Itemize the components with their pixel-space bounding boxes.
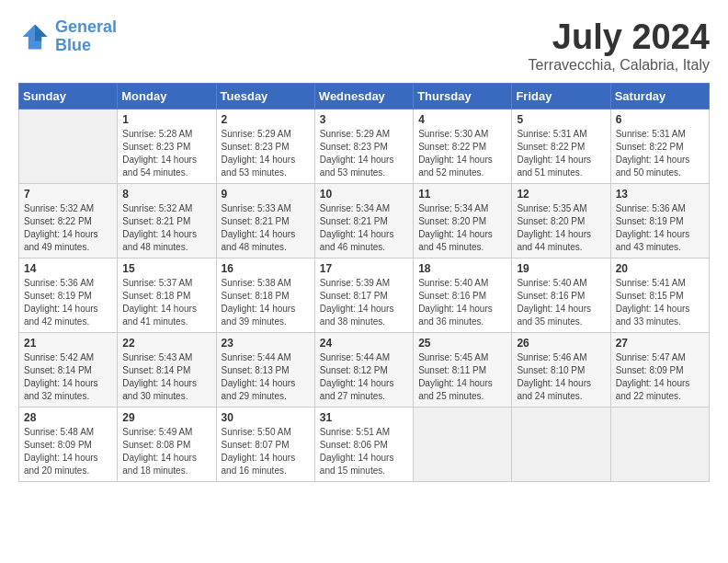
day-number: 4 [418,113,506,126]
day-info: Sunrise: 5:36 AMSunset: 8:19 PMDaylight:… [24,277,112,328]
day-number: 31 [320,411,408,424]
day-info: Sunrise: 5:48 AMSunset: 8:09 PMDaylight:… [24,426,112,477]
day-number: 21 [24,337,112,350]
weekday-header-saturday: Saturday [610,83,709,109]
calendar-week-0: 1Sunrise: 5:28 AMSunset: 8:23 PMDaylight… [19,109,710,183]
calendar-cell: 29Sunrise: 5:49 AMSunset: 8:08 PMDayligh… [118,407,216,481]
day-number: 24 [320,337,408,350]
calendar-cell: 27Sunrise: 5:47 AMSunset: 8:09 PMDayligh… [610,332,709,407]
day-number: 1 [122,113,210,126]
day-info: Sunrise: 5:32 AMSunset: 8:22 PMDaylight:… [24,202,112,254]
day-info: Sunrise: 5:47 AMSunset: 8:09 PMDaylight:… [616,351,704,403]
weekday-header-thursday: Thursday [414,83,512,109]
day-number: 3 [320,113,408,126]
calendar-cell: 2Sunrise: 5:29 AMSunset: 8:23 PMDaylight… [216,109,314,183]
weekday-header-monday: Monday [118,83,216,109]
day-number: 16 [222,262,310,275]
svg-marker-1 [35,24,48,40]
day-info: Sunrise: 5:29 AMSunset: 8:23 PMDaylight:… [320,128,408,179]
weekday-header-sunday: Sunday [19,83,118,109]
calendar-cell: 14Sunrise: 5:36 AMSunset: 8:19 PMDayligh… [19,258,118,332]
day-number: 8 [122,188,210,201]
day-number: 11 [418,188,506,201]
day-number: 27 [616,337,704,350]
calendar-cell: 7Sunrise: 5:32 AMSunset: 8:22 PMDaylight… [19,183,118,258]
day-number: 2 [222,113,310,126]
calendar-week-3: 21Sunrise: 5:42 AMSunset: 8:14 PMDayligh… [19,332,710,407]
calendar-cell: 28Sunrise: 5:48 AMSunset: 8:09 PMDayligh… [19,407,118,481]
calendar-cell: 24Sunrise: 5:44 AMSunset: 8:12 PMDayligh… [314,332,413,407]
weekday-header-tuesday: Tuesday [216,83,314,109]
day-number: 7 [24,188,112,201]
calendar-cell: 23Sunrise: 5:44 AMSunset: 8:13 PMDayligh… [216,332,314,407]
day-number: 30 [222,411,310,424]
day-number: 22 [122,337,210,350]
calendar-cell: 13Sunrise: 5:36 AMSunset: 8:19 PMDayligh… [610,183,709,258]
logo-text: General Blue [55,18,117,55]
calendar-cell: 21Sunrise: 5:42 AMSunset: 8:14 PMDayligh… [19,332,118,407]
calendar-cell [512,407,610,481]
calendar-cell: 25Sunrise: 5:45 AMSunset: 8:11 PMDayligh… [414,332,512,407]
day-info: Sunrise: 5:29 AMSunset: 8:23 PMDaylight:… [222,128,310,179]
calendar-cell: 26Sunrise: 5:46 AMSunset: 8:10 PMDayligh… [512,332,610,407]
day-number: 9 [222,188,310,201]
day-info: Sunrise: 5:44 AMSunset: 8:12 PMDaylight:… [320,351,408,403]
day-info: Sunrise: 5:49 AMSunset: 8:08 PMDaylight:… [122,426,210,477]
day-number: 28 [24,411,112,424]
day-info: Sunrise: 5:43 AMSunset: 8:14 PMDaylight:… [122,351,210,403]
month-title: July 2024 [529,18,710,57]
day-info: Sunrise: 5:28 AMSunset: 8:23 PMDaylight:… [122,128,210,179]
calendar-cell: 11Sunrise: 5:34 AMSunset: 8:20 PMDayligh… [414,183,512,258]
weekday-header-friday: Friday [512,83,610,109]
calendar-cell: 5Sunrise: 5:31 AMSunset: 8:22 PMDaylight… [512,109,610,183]
calendar-cell: 12Sunrise: 5:35 AMSunset: 8:20 PMDayligh… [512,183,610,258]
calendar-body: 1Sunrise: 5:28 AMSunset: 8:23 PMDaylight… [19,109,710,481]
calendar-cell: 4Sunrise: 5:30 AMSunset: 8:22 PMDaylight… [414,109,512,183]
calendar-week-1: 7Sunrise: 5:32 AMSunset: 8:22 PMDaylight… [19,183,710,258]
day-info: Sunrise: 5:34 AMSunset: 8:21 PMDaylight:… [320,202,408,254]
calendar-cell: 9Sunrise: 5:33 AMSunset: 8:21 PMDaylight… [216,183,314,258]
day-number: 18 [418,262,506,275]
title-block: July 2024 Terravecchia, Calabria, Italy [529,18,710,74]
day-number: 15 [122,262,210,275]
day-info: Sunrise: 5:44 AMSunset: 8:13 PMDaylight:… [222,351,310,403]
day-info: Sunrise: 5:31 AMSunset: 8:22 PMDaylight:… [517,128,605,179]
calendar-cell: 1Sunrise: 5:28 AMSunset: 8:23 PMDaylight… [118,109,216,183]
day-number: 23 [222,337,310,350]
day-info: Sunrise: 5:36 AMSunset: 8:19 PMDaylight:… [616,202,704,254]
day-number: 20 [616,262,704,275]
day-info: Sunrise: 5:37 AMSunset: 8:18 PMDaylight:… [122,277,210,328]
day-number: 14 [24,262,112,275]
calendar-cell: 20Sunrise: 5:41 AMSunset: 8:15 PMDayligh… [610,258,709,332]
day-info: Sunrise: 5:32 AMSunset: 8:21 PMDaylight:… [122,202,210,254]
day-info: Sunrise: 5:33 AMSunset: 8:21 PMDaylight:… [222,202,310,254]
day-info: Sunrise: 5:40 AMSunset: 8:16 PMDaylight:… [517,277,605,328]
day-info: Sunrise: 5:42 AMSunset: 8:14 PMDaylight:… [24,351,112,403]
day-info: Sunrise: 5:50 AMSunset: 8:07 PMDaylight:… [222,426,310,477]
calendar-cell: 10Sunrise: 5:34 AMSunset: 8:21 PMDayligh… [314,183,413,258]
day-number: 26 [517,337,605,350]
calendar-cell: 17Sunrise: 5:39 AMSunset: 8:17 PMDayligh… [314,258,413,332]
calendar-week-4: 28Sunrise: 5:48 AMSunset: 8:09 PMDayligh… [19,407,710,481]
day-info: Sunrise: 5:51 AMSunset: 8:06 PMDaylight:… [320,426,408,477]
calendar-cell: 31Sunrise: 5:51 AMSunset: 8:06 PMDayligh… [314,407,413,481]
day-number: 19 [517,262,605,275]
weekday-header-wednesday: Wednesday [314,83,413,109]
page-header: General Blue July 2024 Terravecchia, Cal… [18,18,710,74]
calendar-cell: 8Sunrise: 5:32 AMSunset: 8:21 PMDaylight… [118,183,216,258]
calendar-cell: 15Sunrise: 5:37 AMSunset: 8:18 PMDayligh… [118,258,216,332]
day-number: 12 [517,188,605,201]
calendar-cell [414,407,512,481]
calendar-cell: 6Sunrise: 5:31 AMSunset: 8:22 PMDaylight… [610,109,709,183]
day-info: Sunrise: 5:45 AMSunset: 8:11 PMDaylight:… [418,351,506,403]
day-number: 25 [418,337,506,350]
calendar-table: SundayMondayTuesdayWednesdayThursdayFrid… [18,83,710,482]
day-number: 5 [517,113,605,126]
day-number: 17 [320,262,408,275]
day-info: Sunrise: 5:41 AMSunset: 8:15 PMDaylight:… [616,277,704,328]
day-number: 6 [616,113,704,126]
day-info: Sunrise: 5:38 AMSunset: 8:18 PMDaylight:… [222,277,310,328]
day-number: 29 [122,411,210,424]
calendar-cell: 3Sunrise: 5:29 AMSunset: 8:23 PMDaylight… [314,109,413,183]
calendar-cell: 19Sunrise: 5:40 AMSunset: 8:16 PMDayligh… [512,258,610,332]
